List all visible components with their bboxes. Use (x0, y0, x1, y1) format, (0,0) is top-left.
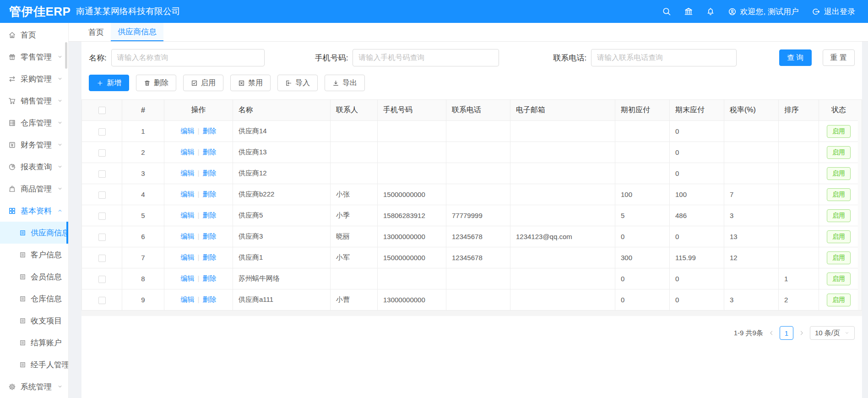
row-checkbox[interactable] (98, 276, 106, 283)
edit-link[interactable]: 编辑 (181, 211, 195, 219)
delete-link[interactable]: 删除 (202, 253, 216, 261)
bank-icon[interactable] (684, 7, 693, 16)
row-checkbox[interactable] (98, 234, 106, 241)
edit-link[interactable]: 编辑 (181, 295, 195, 303)
edit-link[interactable]: 编辑 (181, 127, 195, 135)
sidebar-item-retail[interactable]: 零售管理 (0, 46, 68, 68)
cell-actions: 编辑|删除 (164, 226, 233, 247)
export-button[interactable]: 导出 (325, 75, 365, 91)
sidebar-subitem-customer[interactable]: 客户信息 (0, 244, 68, 266)
delete-link[interactable]: 删除 (202, 169, 216, 177)
delete-link[interactable]: 删除 (202, 148, 216, 156)
cell-closing: 0 (670, 226, 724, 247)
sidebar-subitem-income-expense[interactable]: 收支项目 (0, 310, 68, 332)
disable-button[interactable]: 禁用 (230, 75, 271, 91)
page-number-button[interactable]: 1 (780, 326, 793, 340)
bell-icon[interactable] (706, 7, 715, 16)
select-all-checkbox[interactable] (98, 107, 106, 114)
sidebar-item-finance[interactable]: 财务管理 (0, 134, 68, 156)
sidebar-item-goods[interactable]: 商品管理 (0, 178, 68, 200)
main-area: 首页 供应商信息 名称: 手机号码: 联系电话: 查 询 重 置 (69, 23, 868, 398)
edit-link[interactable]: 编辑 (181, 274, 195, 282)
page-size-select[interactable]: 10 条/页 (810, 326, 855, 340)
column-header: 排序 (779, 100, 819, 121)
chevron-down-icon (57, 164, 63, 169)
cell-index: 4 (122, 184, 164, 205)
user-menu[interactable]: 欢迎您, 测试用户 (728, 6, 799, 17)
cell-name: 供应商14 (233, 121, 331, 142)
edit-link[interactable]: 编辑 (181, 253, 195, 261)
cell-name: 供应商13 (233, 142, 331, 163)
row-checkbox[interactable] (98, 255, 106, 262)
prev-page-icon[interactable] (768, 330, 775, 336)
row-checkbox[interactable] (98, 191, 106, 199)
sidebar-subitem-settlement-account[interactable]: 结算账户 (0, 332, 68, 354)
sidebar-item-label: 系统管理 (21, 382, 57, 392)
sidebar-item-purchase[interactable]: 采购管理 (0, 68, 68, 90)
search-icon[interactable] (662, 7, 671, 16)
sidebar-subitem-warehouse-info[interactable]: 仓库信息 (0, 288, 68, 310)
table-header-row: #操作名称联系人手机号码联系电话电子邮箱期初应付期末应付税率(%)排序状态 (82, 100, 859, 121)
delete-link[interactable]: 删除 (202, 232, 216, 240)
doc-icon (19, 273, 26, 280)
enable-button[interactable]: 启用 (183, 75, 223, 91)
reset-button[interactable]: 重 置 (823, 49, 855, 66)
add-button[interactable]: 新增 (89, 75, 129, 91)
column-header: 手机号码 (378, 100, 446, 121)
edit-link[interactable]: 编辑 (181, 169, 195, 177)
sidebar-item-home[interactable]: 首页 (0, 24, 68, 46)
delete-link[interactable]: 删除 (202, 190, 216, 198)
sidebar-item-warehouse[interactable]: 仓库管理 (0, 112, 68, 134)
cell-tax: 7 (724, 184, 779, 205)
sidebar-subitem-label: 客户信息 (31, 250, 62, 260)
edit-link[interactable]: 编辑 (181, 232, 195, 240)
cell-tax: 3 (724, 205, 779, 226)
table-row: 7编辑|删除供应商1小军1500000000012345678300115.99… (82, 247, 859, 268)
phone-filter-input[interactable] (353, 49, 499, 66)
sidebar-subitem-supplier[interactable]: 供应商信息 (0, 222, 68, 244)
bag-icon (8, 185, 16, 193)
row-checkbox[interactable] (98, 297, 106, 304)
row-checkbox[interactable] (98, 128, 106, 136)
tel-filter-input[interactable] (591, 49, 737, 66)
chevron-down-icon (57, 384, 63, 389)
tab-home[interactable]: 首页 (81, 23, 111, 41)
status-badge: 启用 (827, 209, 851, 222)
sidebar-item-basic[interactable]: 基本资料 (0, 200, 68, 222)
delete-link[interactable]: 删除 (202, 274, 216, 282)
cell-actions: 编辑|删除 (164, 205, 233, 226)
sidebar-item-label: 采购管理 (21, 74, 57, 84)
edit-link[interactable]: 编辑 (181, 190, 195, 198)
logout-button[interactable]: 退出登录 (812, 6, 855, 17)
sidebar-subitem-member[interactable]: 会员信息 (0, 266, 68, 288)
row-checkbox[interactable] (98, 213, 106, 220)
status-badge: 启用 (827, 230, 851, 243)
row-checkbox[interactable] (98, 170, 106, 178)
table-body: 1编辑|删除供应商140启用2编辑|删除供应商130启用3编辑|删除供应商120… (82, 121, 859, 311)
sidebar-item-report[interactable]: 报表查询 (0, 156, 68, 178)
import-button[interactable]: 导入 (277, 75, 318, 91)
sidebar-item-system[interactable]: 系统管理 (0, 376, 68, 398)
search-button[interactable]: 查 询 (779, 49, 811, 66)
table-vertical-scrollbar[interactable] (858, 99, 862, 311)
sidebar-subitem-handler[interactable]: 经手人管理 (0, 354, 68, 376)
table-horizontal-scrollbar[interactable] (81, 311, 862, 316)
export-icon (332, 80, 339, 87)
edit-link[interactable]: 编辑 (181, 148, 195, 156)
sidebar-scrollbar[interactable] (65, 42, 67, 69)
delete-button[interactable]: 删除 (136, 75, 176, 91)
sidebar-menu: 首页零售管理采购管理销售管理仓库管理财务管理报表查询商品管理基本资料供应商信息客… (0, 24, 68, 398)
sidebar-item-sales[interactable]: 销售管理 (0, 90, 68, 112)
name-filter-input[interactable] (111, 49, 265, 66)
next-page-icon[interactable] (798, 330, 805, 336)
cell-opening: 0 (615, 268, 670, 289)
delete-link[interactable]: 删除 (202, 127, 216, 135)
tab-supplier-info[interactable]: 供应商信息 (111, 23, 163, 41)
cell-closing: 0 (670, 268, 724, 289)
delete-link[interactable]: 删除 (202, 211, 216, 219)
column-header: 联系电话 (446, 100, 510, 121)
delete-link[interactable]: 删除 (202, 295, 216, 303)
cell-actions: 编辑|删除 (164, 121, 233, 142)
cell-tax: 13 (724, 226, 779, 247)
row-checkbox[interactable] (98, 149, 106, 157)
